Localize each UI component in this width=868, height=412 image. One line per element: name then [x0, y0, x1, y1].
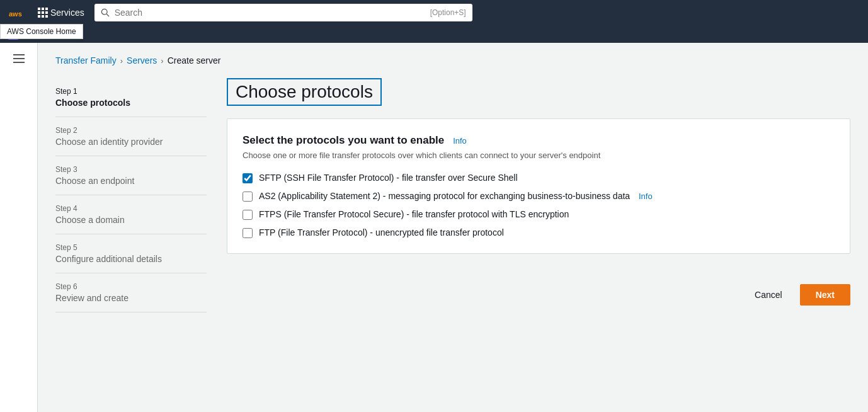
as2-info-link[interactable]: Info: [639, 192, 653, 201]
step-5-number: Step 5: [55, 243, 207, 252]
breadcrumb-sep-2: ›: [161, 56, 163, 66]
search-input[interactable]: [115, 8, 425, 18]
protocols-card: Select the protocols you want to enable …: [227, 118, 850, 254]
sftp-label[interactable]: SFTP (SSH File Transfer Protocol) - file…: [259, 173, 518, 183]
page-wrapper: Transfer Family › Servers › Create serve…: [0, 43, 868, 412]
breadcrumb-current: Create server: [168, 55, 221, 66]
protocol-item-as2: AS2 (Applicability Statement 2) - messag…: [243, 191, 835, 202]
aws-console-tooltip: AWS Console Home: [0, 24, 83, 39]
card-subtitle: Choose one or more file transfer protoco…: [243, 151, 835, 160]
aws-logo[interactable]: aws: [8, 3, 28, 23]
second-navigation: RDS RDS: [0, 25, 868, 43]
card-title: Select the protocols you want to enable: [243, 134, 444, 146]
cancel-button[interactable]: Cancel: [745, 285, 792, 305]
step-3-number: Step 3: [55, 165, 207, 174]
step-1-number: Step 1: [55, 87, 207, 96]
footer-actions: Cancel Next: [227, 274, 850, 306]
protocol-item-sftp: SFTP (SSH File Transfer Protocol) - file…: [243, 173, 835, 183]
step-1-name: Choose protocols: [55, 98, 207, 108]
step-3-name: Choose an endpoint: [55, 176, 207, 186]
as2-checkbox[interactable]: [243, 192, 253, 202]
step-4-number: Step 4: [55, 204, 207, 213]
search-shortcut: [Option+S]: [430, 8, 466, 17]
step-6-number: Step 6: [55, 282, 207, 291]
step-item-6[interactable]: Step 6 Review and create: [55, 273, 207, 312]
protocol-list: SFTP (SSH File Transfer Protocol) - file…: [243, 173, 835, 238]
search-icon: [101, 8, 110, 17]
step-5-name: Configure additional details: [55, 254, 207, 264]
top-navigation: aws Services [Option+S] AWS Console Home: [0, 0, 868, 25]
content-panel: Choose protocols Select the protocols yo…: [227, 78, 850, 312]
services-label: Services: [50, 8, 84, 18]
ftps-checkbox[interactable]: [243, 210, 253, 220]
step-item-2[interactable]: Step 2 Choose an identity provider: [55, 117, 207, 156]
step-4-name: Choose a domain: [55, 215, 207, 225]
as2-label[interactable]: AS2 (Applicability Statement 2) - messag…: [259, 191, 653, 201]
card-header: Select the protocols you want to enable …: [243, 134, 835, 147]
step-6-name: Review and create: [55, 293, 207, 303]
svg-line-3: [106, 14, 109, 16]
page-title: Choose protocols: [227, 78, 382, 106]
step-navigation: Step 1 Choose protocols Step 2 Choose an…: [55, 78, 207, 312]
sftp-checkbox[interactable]: [243, 173, 253, 183]
protocol-item-ftps: FTPS (File Transfer Protocol Secure) - f…: [243, 209, 835, 220]
protocol-item-ftp: FTP (File Transfer Protocol) - unencrypt…: [243, 227, 835, 238]
search-bar[interactable]: [Option+S]: [94, 4, 472, 21]
step-item-3[interactable]: Step 3 Choose an endpoint: [55, 156, 207, 195]
ftp-checkbox[interactable]: [243, 228, 253, 238]
main-content: Transfer Family › Servers › Create serve…: [38, 43, 868, 412]
step-2-number: Step 2: [55, 126, 207, 135]
svg-point-2: [101, 9, 107, 14]
services-button[interactable]: Services: [38, 8, 84, 18]
step-2-name: Choose an identity provider: [55, 137, 207, 147]
step-item-5[interactable]: Step 5 Configure additional details: [55, 234, 207, 273]
hamburger-menu[interactable]: [9, 50, 28, 67]
sidebar: [0, 43, 38, 412]
ftp-label[interactable]: FTP (File Transfer Protocol) - unencrypt…: [259, 227, 504, 237]
step-layout: Step 1 Choose protocols Step 2 Choose an…: [55, 78, 850, 312]
breadcrumb-transfer-family[interactable]: Transfer Family: [55, 55, 117, 66]
ftps-label[interactable]: FTPS (File Transfer Protocol Secure) - f…: [259, 209, 569, 219]
card-info-link[interactable]: Info: [453, 136, 467, 146]
svg-text:aws: aws: [9, 10, 22, 18]
breadcrumb-servers[interactable]: Servers: [127, 55, 157, 66]
breadcrumb-sep-1: ›: [120, 56, 123, 66]
step-item-1[interactable]: Step 1 Choose protocols: [55, 78, 207, 117]
next-button[interactable]: Next: [800, 284, 850, 306]
step-item-4[interactable]: Step 4 Choose a domain: [55, 195, 207, 234]
grid-icon: [38, 8, 48, 18]
breadcrumb: Transfer Family › Servers › Create serve…: [55, 55, 850, 66]
